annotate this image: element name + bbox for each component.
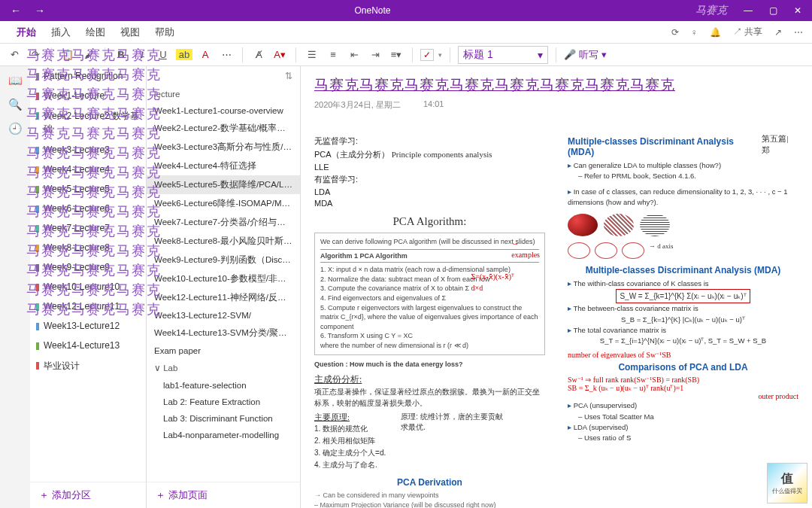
style-select[interactable]: 标题 1▾	[458, 46, 548, 64]
page-item[interactable]: lecture	[147, 86, 300, 102]
page-item[interactable]: Lab4-nonparameter-modelling	[147, 427, 300, 443]
todo-checkbox[interactable]: ✓	[420, 49, 434, 61]
page-item[interactable]: Week3-Lecture3高斯分布与性质/距离/线...	[147, 138, 300, 157]
page-item[interactable]: ∨ Lab	[147, 359, 300, 377]
titlebar: ← → OneNote 马赛克 — ▢ ✕	[0, 0, 812, 21]
section-item[interactable]: Week7-Lecture7	[30, 218, 146, 238]
redo-button[interactable]: ↷	[27, 47, 44, 63]
notebook-icon[interactable]: 📖	[8, 74, 23, 87]
max-button[interactable]: ▢	[769, 5, 777, 16]
section-item[interactable]: Pattern Recognition	[30, 66, 146, 86]
recent-icon[interactable]: 🕘	[8, 122, 23, 135]
nav-fwd[interactable]: →	[35, 5, 45, 17]
note-right-column: Multiple-classes Discriminant Analysis (…	[568, 133, 798, 508]
nav-back[interactable]: ←	[11, 5, 21, 17]
page-date: 2020年3月24日, 星期二14:01	[314, 99, 798, 111]
section-item[interactable]: Week2-Lecture2 数学基础	[30, 105, 146, 140]
section-item[interactable]: Week10-Lecture10	[30, 277, 146, 297]
bullets-button[interactable]: ☰	[304, 47, 320, 63]
add-section-button[interactable]: ＋ 添加分区	[30, 482, 146, 508]
bulb-icon[interactable]: ♀	[691, 27, 698, 38]
highlight-button[interactable]: ab	[176, 47, 192, 63]
page-item[interactable]: Week8-Lecture8-最小风险贝叶斯决策	[147, 232, 300, 251]
page-item[interactable]: Lab 3: Discriminant Function	[147, 410, 300, 427]
page-item[interactable]: Week5-Lecture5-数据降维/PCA/LLE/LD...	[147, 175, 300, 194]
page-item[interactable]: Week2-Lecture2-数学基础/概率与随机变...	[147, 119, 300, 138]
menu-tab-帮助[interactable]: 帮助	[147, 26, 182, 38]
numbering-button[interactable]: ≡	[325, 47, 341, 63]
note-left-column: 无监督学习: PCA（主成分分析） Principle components a…	[314, 133, 545, 508]
page-item[interactable]: Lab 2: Feature Extraction	[147, 394, 300, 410]
bold-button[interactable]: B	[113, 47, 129, 63]
toolbar: ↶ ↷ 📋 🖌 B I U ab A ⋯ A̸ A▾ ☰ ≡ ⇤ ⇥ ≡▾ ✓▾…	[0, 44, 812, 66]
paintbrush-button[interactable]: 🖌	[80, 47, 97, 63]
menubar: 开始插入绘图视图帮助 ⟳ ♀ 🔔 ↗ 共享 ↗ ⋯	[0, 21, 812, 44]
font-color2-button[interactable]: A▾	[271, 47, 288, 63]
section-item[interactable]: 毕业设计	[30, 355, 146, 377]
section-item[interactable]: Week8-Lecture8	[30, 238, 146, 257]
section-item[interactable]: Week5-Lecture5	[30, 179, 146, 199]
page-item[interactable]: Week14-Lecture13-SVM分类/聚类分析-...	[147, 324, 300, 342]
section-item[interactable]: Week14-Lecture13	[30, 336, 146, 355]
close-button[interactable]: ✕	[794, 5, 801, 16]
note-canvas[interactable]: 马赛克马赛克马赛克马赛克马赛克马赛克马赛克马赛克 2020年3月24日, 星期二…	[301, 66, 812, 508]
page-item[interactable]: lab1-feature-selection	[147, 377, 300, 394]
page-item[interactable]: Week10-Lecture10-参数模型/非参数模型	[147, 269, 300, 288]
min-button[interactable]: —	[744, 5, 753, 16]
page-title[interactable]: 马赛克马赛克马赛克马赛克马赛克马赛克马赛克马赛克	[314, 75, 798, 95]
italic-button[interactable]: I	[134, 47, 150, 63]
share-button[interactable]: ↗ 共享	[733, 26, 762, 38]
clear-format-button[interactable]: A̸	[250, 47, 267, 63]
app-title: OneNote	[56, 5, 689, 16]
dictate-button[interactable]: 🎤 听写 ▾	[564, 48, 607, 62]
page-item[interactable]: Week13-Lecture12-SVM/	[147, 307, 300, 324]
section-item[interactable]: Week1-Lecture	[30, 86, 146, 105]
menu-tab-插入[interactable]: 插入	[44, 26, 78, 38]
page-item[interactable]: Week4-Lecture4-特征选择	[147, 157, 300, 175]
section-item[interactable]: Week3-Lecture3	[30, 140, 146, 160]
indent-button[interactable]: ⇥	[367, 47, 383, 63]
underline-button[interactable]: U	[155, 47, 171, 63]
undo-button[interactable]: ↶	[6, 47, 23, 63]
user-name[interactable]: 马赛克	[689, 4, 733, 17]
sections-panel: Pattern RecognitionWeek1-LectureWeek2-Le…	[30, 66, 147, 508]
pages-panel: ⇅ lectureWeek1-Lecture1-course-overviewW…	[147, 66, 301, 508]
page-item[interactable]: Week12-Lecture11-神经网络/反向传播	[147, 288, 300, 307]
page-item[interactable]: Week9-Lecture9-判别函数（Discriminat...	[147, 251, 300, 269]
section-item[interactable]: Week4-Lecture4	[30, 160, 146, 179]
add-page-button[interactable]: ＋ 添加页面	[147, 482, 300, 508]
more-icon[interactable]: ⋯	[794, 27, 803, 38]
algorithm-box: We can derive following PCA algorithm (w…	[314, 233, 545, 355]
menu-tab-绘图[interactable]: 绘图	[78, 26, 113, 38]
section-item[interactable]: Week9-Lecture9	[30, 257, 146, 277]
section-item[interactable]: Week13-Lecture12	[30, 316, 146, 336]
nav-rail: 📖 🔍 🕘	[0, 66, 30, 508]
more-format-button[interactable]: ⋯	[218, 47, 235, 63]
font-color-button[interactable]: A	[197, 47, 214, 63]
page-item[interactable]: Week1-Lecture1-course-overview	[147, 102, 300, 119]
search-icon[interactable]: 🔍	[8, 98, 23, 111]
align-button[interactable]: ≡▾	[388, 47, 404, 63]
section-item[interactable]: Week12-Lecture11	[30, 297, 146, 316]
page-item[interactable]: Exam paper	[147, 342, 300, 359]
outdent-button[interactable]: ⇤	[346, 47, 362, 63]
section-item[interactable]: Week6-Lecture6	[30, 199, 146, 218]
page-item[interactable]: Week6-Lecture6降维-ISOMAP/MDS/LLA	[147, 194, 300, 213]
menu-tab-开始[interactable]: 开始	[9, 26, 44, 38]
sort-icon[interactable]: ⇅	[285, 71, 292, 81]
page-item[interactable]: Week7-Lecture7-分类器/介绍与质量评估	[147, 213, 300, 232]
watermark: 值 什么值得买	[767, 463, 807, 503]
ellipse-diagram	[568, 214, 798, 236]
fullscreen-icon[interactable]: ↗	[774, 27, 782, 38]
bell-icon[interactable]: 🔔	[710, 27, 721, 38]
menu-tab-视图[interactable]: 视图	[113, 26, 147, 38]
clipboard-button[interactable]: 📋	[59, 47, 76, 63]
sync-icon[interactable]: ⟳	[671, 27, 679, 38]
